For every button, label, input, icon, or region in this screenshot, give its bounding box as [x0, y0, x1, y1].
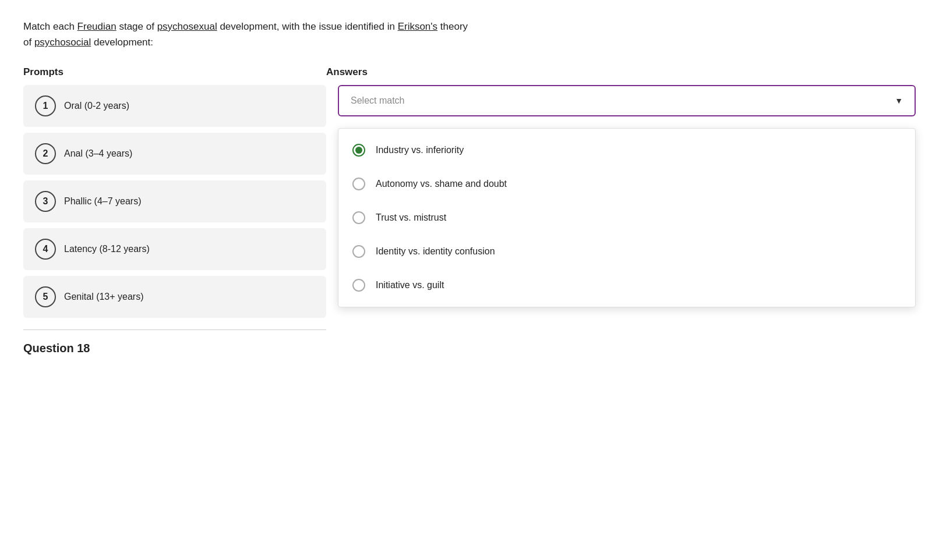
eriksons-link: Erikson's — [398, 21, 437, 32]
option-label-2: Autonomy vs. shame and doubt — [376, 179, 507, 189]
freudian-link: Freudian — [77, 21, 117, 32]
answer-cell-1: Select match ▼ Industry vs. inferiority … — [338, 85, 916, 127]
select-match-dropdown-1[interactable]: Select match ▼ — [338, 85, 916, 116]
dropdown-option-1[interactable]: Industry vs. inferiority — [338, 133, 915, 167]
prompt-number-4: 4 — [35, 239, 56, 260]
prompt-number-2: 2 — [35, 143, 56, 164]
psychosocial-link: psychosocial — [34, 37, 91, 48]
question-label: Question 18 — [23, 342, 916, 355]
prompt-cell-2: 2 Anal (3–4 years) — [23, 133, 326, 175]
section-divider — [23, 329, 326, 330]
prompt-cell-1: 1 Oral (0-2 years) — [23, 85, 326, 127]
prompt-cell-5: 5 Genital (13+ years) — [23, 276, 326, 318]
prompt-label-4: Latency (8-12 years) — [64, 244, 150, 254]
dropdown-option-5[interactable]: Initiative vs. guilt — [338, 268, 915, 302]
match-row-1: 1 Oral (0-2 years) Select match ▼ Indust… — [23, 85, 916, 127]
prompt-number-5: 5 — [35, 286, 56, 307]
answers-header: Answers — [326, 66, 916, 78]
dropdown-option-3[interactable]: Trust vs. mistrust — [338, 201, 915, 235]
dropdown-option-2[interactable]: Autonomy vs. shame and doubt — [338, 167, 915, 201]
prompt-label-5: Genital (13+ years) — [64, 292, 144, 302]
column-headers: Prompts Answers — [23, 66, 916, 78]
prompt-label-1: Oral (0-2 years) — [64, 101, 129, 111]
radio-unselected-icon — [352, 211, 365, 224]
option-label-1: Industry vs. inferiority — [376, 145, 464, 155]
prompt-label-2: Anal (3–4 years) — [64, 148, 132, 159]
prompt-cell-3: 3 Phallic (4–7 years) — [23, 180, 326, 222]
psychosexual-link: psychosexual — [157, 21, 217, 32]
dropdown-panel-1: Industry vs. inferiority Autonomy vs. sh… — [338, 128, 916, 307]
radio-unselected-icon — [352, 178, 365, 190]
radio-unselected-icon — [352, 245, 365, 258]
option-label-3: Trust vs. mistrust — [376, 212, 446, 223]
prompt-number-1: 1 — [35, 95, 56, 116]
dropdown-option-4[interactable]: Identity vs. identity confusion — [338, 235, 915, 268]
intro-paragraph: Match each Freudian stage of psychosexua… — [23, 19, 478, 50]
option-label-5: Initiative vs. guilt — [376, 280, 444, 290]
prompt-label-3: Phallic (4–7 years) — [64, 196, 142, 207]
prompt-cell-4: 4 Latency (8-12 years) — [23, 228, 326, 270]
prompts-header: Prompts — [23, 66, 326, 78]
prompt-number-3: 3 — [35, 191, 56, 212]
chevron-down-icon: ▼ — [895, 96, 903, 105]
select-match-placeholder: Select match — [351, 95, 404, 106]
radio-unselected-icon — [352, 279, 365, 292]
option-label-4: Identity vs. identity confusion — [376, 246, 495, 257]
radio-selected-icon — [352, 144, 365, 157]
